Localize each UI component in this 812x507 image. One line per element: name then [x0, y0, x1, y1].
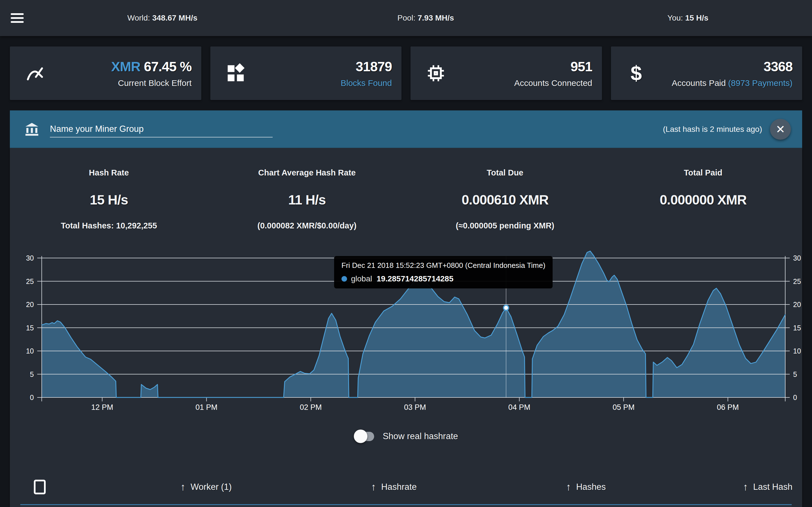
column-header-worker[interactable]: ↑ Worker (1) [181, 481, 232, 493]
stat-total-paid: Total Paid 0.000000 XMR [604, 168, 802, 231]
svg-text:10: 10 [793, 347, 801, 355]
stat-total-due: Total Due 0.000610 XMR (≈0.000005 pendin… [406, 168, 604, 231]
svg-text:5: 5 [30, 371, 34, 378]
svg-text:04 PM: 04 PM [508, 403, 530, 411]
card-value: 31879 [341, 59, 392, 74]
blocks-found-link[interactable]: Blocks Found [341, 78, 392, 88]
workers-table-header: ↑ Worker (1) ↑ Hashrate ↑ Hashes ↑ Last … [10, 473, 802, 501]
world-hashrate: World: 348.67 MH/s [128, 13, 198, 22]
bank-icon [24, 122, 39, 136]
stat-hash-rate: Hash Rate 15 H/s Total Hashes: 10,292,25… [10, 168, 208, 231]
card-value: 951 [514, 59, 592, 74]
svg-text:20: 20 [26, 300, 34, 308]
sort-asc-icon: ↑ [181, 481, 186, 493]
svg-text:30: 30 [26, 254, 34, 262]
pool-hashrate: Pool: 7.93 MH/s [398, 13, 454, 22]
stat-chart-average: Chart Average Hash Rate 11 H/s (0.000082… [208, 168, 406, 231]
card-label: Accounts Paid [672, 78, 728, 88]
toggle-row: Show real hashrate [10, 429, 802, 443]
svg-text:03 PM: 03 PM [404, 403, 426, 411]
card-block-effort: XMR 67.45 % Current Block Effort [10, 47, 201, 100]
pool-label: Pool: [398, 13, 416, 22]
stats-row: Hash Rate 15 H/s Total Hashes: 10,292,25… [10, 148, 802, 231]
top-bar: World: 348.67 MH/s Pool: 7.93 MH/s You: … [0, 0, 812, 36]
svg-text:25: 25 [793, 277, 801, 285]
card-accounts-connected: 951 Accounts Connected [410, 47, 602, 100]
svg-text:25: 25 [26, 277, 34, 285]
you-label: You: [667, 13, 683, 22]
svg-text:10: 10 [26, 347, 34, 355]
stat-cards-row: XMR 67.45 % Current Block Effort 31879 B… [10, 47, 802, 100]
widgets-icon [210, 63, 261, 83]
column-header-hashrate[interactable]: ↑ Hashrate [371, 481, 417, 493]
pool-value: 7.93 MH/s [417, 13, 454, 22]
your-hashrate: You: 15 H/s [667, 13, 708, 22]
card-label: Current Block Effort [111, 78, 192, 88]
world-label: World: [128, 13, 150, 22]
column-header-last-hash[interactable]: ↑ Last Hash [743, 481, 793, 493]
miner-group-input[interactable] [50, 121, 273, 137]
column-header-hashes[interactable]: ↑ Hashes [566, 481, 606, 493]
toggle-label: Show real hashrate [383, 431, 458, 441]
card-value: 67.45 % [144, 59, 192, 74]
menu-icon[interactable] [11, 13, 24, 23]
sort-asc-icon: ↑ [566, 481, 571, 493]
card-value: 3368 [672, 59, 793, 74]
show-real-hashrate-toggle[interactable] [354, 430, 375, 443]
select-all-checkbox[interactable] [34, 480, 46, 494]
card-value-prefix: XMR [111, 59, 140, 74]
svg-text:0: 0 [30, 393, 34, 401]
sort-asc-icon: ↑ [371, 481, 376, 493]
card-label: Accounts Connected [514, 78, 592, 88]
hashrate-chart[interactable]: 00551010151520202525303012 PM01 PM02 PM0… [10, 245, 802, 414]
svg-text:0: 0 [793, 393, 797, 401]
svg-text:06 PM: 06 PM [717, 403, 739, 411]
svg-text:01 PM: 01 PM [195, 403, 217, 411]
miner-group-bar: (Last hash is 2 minutes ago) ✕ [10, 110, 802, 148]
svg-text:05 PM: 05 PM [613, 403, 635, 411]
close-icon[interactable]: ✕ [770, 119, 791, 140]
card-blocks-found: 31879 Blocks Found [210, 47, 402, 100]
svg-text:20: 20 [793, 300, 801, 308]
table-row-top [20, 505, 792, 507]
chip-icon [410, 63, 461, 83]
sort-asc-icon: ↑ [743, 481, 748, 493]
last-hash-note: (Last hash is 2 minutes ago) [663, 125, 762, 134]
svg-text:15: 15 [26, 324, 34, 332]
svg-text:02 PM: 02 PM [300, 403, 322, 411]
miner-stats-panel: Hash Rate 15 H/s Total Hashes: 10,292,25… [10, 148, 802, 507]
svg-text:15: 15 [793, 324, 801, 332]
chart-line-icon [10, 63, 61, 83]
you-value: 15 H/s [685, 13, 709, 22]
svg-text:12 PM: 12 PM [91, 403, 113, 411]
svg-text:5: 5 [793, 371, 797, 378]
payments-link[interactable]: (8973 Payments) [728, 78, 793, 88]
card-accounts-paid: $ 3368 Accounts Paid (8973 Payments) [611, 47, 802, 100]
world-value: 348.67 MH/s [152, 13, 197, 22]
svg-text:30: 30 [793, 254, 801, 262]
dollar-icon: $ [611, 62, 662, 85]
